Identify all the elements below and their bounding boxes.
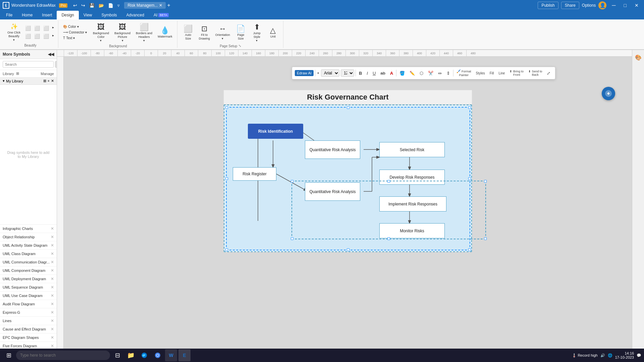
quant-analysis-2-shape[interactable]: Quantitative Risk Analysis xyxy=(305,182,360,201)
style-btn-5[interactable]: ⬜ xyxy=(33,33,41,40)
tab-ai[interactable]: AI BETA xyxy=(149,11,173,19)
page-setup-expand[interactable]: ⤡ xyxy=(238,44,241,48)
quant-analysis-1-shape[interactable]: Quantitative Risk Analysis xyxy=(305,140,360,159)
taskbar-search[interactable] xyxy=(16,351,110,360)
send-to-back-button[interactable]: ⬇ Send toBack xyxy=(527,69,544,77)
group-handle-tl[interactable] xyxy=(291,180,293,183)
tab-home[interactable]: Home xyxy=(17,11,37,19)
group-handle-bl[interactable] xyxy=(291,237,293,240)
bring-to-front-button[interactable]: ⬆ Bring toFront xyxy=(508,69,525,77)
sidebar-item-uml-comm[interactable]: UML Communication Diagr... ✕ xyxy=(0,258,57,266)
taskbar-network[interactable]: 🌐 xyxy=(608,353,612,358)
style-btn-6[interactable]: ⬜ xyxy=(42,33,50,40)
close-button[interactable]: ✕ xyxy=(632,2,641,9)
font-size-select[interactable]: 12 xyxy=(341,69,354,77)
canvas-content[interactable]: 60 80 100 120 140 160 180 200 220 240 26… xyxy=(57,57,632,353)
tab-design[interactable]: Design xyxy=(57,11,78,19)
handle-tr[interactable] xyxy=(468,106,471,109)
taskbar-notification[interactable]: 💬 xyxy=(637,353,641,358)
style-btn-4[interactable]: ⬜ xyxy=(24,33,32,40)
cause-effect-close[interactable]: ✕ xyxy=(51,327,54,331)
sidebar-item-lines[interactable]: Lines ✕ xyxy=(0,317,57,325)
right-panel-btn-1[interactable]: 🎨 xyxy=(634,53,643,62)
sidebar-item-audit[interactable]: Audit Flow Diagram ✕ xyxy=(0,300,57,308)
risk-register-shape[interactable]: Risk Register xyxy=(233,167,276,181)
page-size-button[interactable]: 📄 PageSize xyxy=(233,23,248,42)
search-input[interactable] xyxy=(3,61,54,68)
my-library-expand-icon[interactable]: ⊞ xyxy=(43,79,46,83)
jump-style-button[interactable]: ⬆ JumpStyle ▾ xyxy=(250,21,264,44)
more-button[interactable]: ▿ xyxy=(116,2,121,9)
styles-button[interactable]: Styles xyxy=(474,70,486,76)
handle-bm[interactable] xyxy=(347,248,350,251)
background-color-button[interactable]: 🖼 BackgroundColor ▾ xyxy=(91,21,111,44)
new-button[interactable]: 📄 xyxy=(106,2,115,9)
font-select[interactable]: Arial xyxy=(321,69,339,77)
pencil-button[interactable]: ✏️ xyxy=(408,70,417,77)
strikethrough-button[interactable]: ab xyxy=(379,70,387,77)
infographic-close[interactable]: ✕ xyxy=(51,226,54,231)
color-button[interactable]: 🎨 Color ▾ xyxy=(62,24,88,29)
taskbar-edge-button[interactable] xyxy=(138,349,150,361)
sidebar-collapse[interactable]: ◀◀ xyxy=(48,52,54,57)
implement-risk-shape[interactable]: Implement Risk Responses xyxy=(379,196,446,212)
line-button[interactable]: Line xyxy=(497,70,506,76)
sidebar-item-cause-effect[interactable]: Cause and Effect Diagram ✕ xyxy=(0,325,57,334)
tab-file[interactable]: File xyxy=(1,11,17,19)
font-color-button[interactable]: A xyxy=(388,70,395,77)
format-painter-button[interactable]: 🖌️ FormatPainter xyxy=(455,68,473,78)
my-library-header[interactable]: ▾ My Library ⊞ + ✕ xyxy=(0,77,57,85)
paint-bucket-button[interactable]: 🪣 xyxy=(398,70,407,77)
style-btn-3[interactable]: ⬜ xyxy=(42,25,50,32)
style-btn-arrow2[interactable]: ▸ xyxy=(51,33,55,40)
taskbar-view-button[interactable]: ⊟ xyxy=(111,349,123,361)
tab-close[interactable]: ✕ xyxy=(159,3,162,8)
develop-risk-shape[interactable]: Develop Risk Responses xyxy=(379,170,445,185)
publish-button[interactable]: Publish xyxy=(538,2,558,9)
sidebar-item-uml-component[interactable]: UML Component Diagram ✕ xyxy=(0,266,57,275)
fill-button[interactable]: Fill xyxy=(488,70,496,76)
handle-br[interactable] xyxy=(468,248,471,251)
borders-headers-button[interactable]: ⬜ Borders andHeaders ▾ xyxy=(134,21,154,44)
handle-tl[interactable] xyxy=(225,106,228,109)
open-button[interactable]: 📂 xyxy=(97,2,106,9)
align-button[interactable]: ⇔ xyxy=(436,70,443,77)
handle-tm[interactable] xyxy=(347,106,350,109)
taskbar-word-button[interactable]: W xyxy=(165,349,177,361)
handle-bl[interactable] xyxy=(225,248,228,251)
style-btn-arrow[interactable]: ▸ xyxy=(51,25,55,32)
options-button[interactable]: Options xyxy=(582,3,596,8)
ai-avatar-button[interactable] xyxy=(602,87,615,100)
sidebar-item-uml-class[interactable]: UML Class Diagram ✕ xyxy=(0,250,57,258)
save-button[interactable]: 💾 xyxy=(88,2,96,9)
taskbar-edraw-button[interactable]: E xyxy=(178,349,191,361)
shape-button[interactable]: ⬡ xyxy=(418,70,425,77)
five-forces-close[interactable]: ✕ xyxy=(51,344,54,348)
express-close[interactable]: ✕ xyxy=(51,310,54,315)
tab-symbols[interactable]: Symbols xyxy=(97,11,122,19)
manage-button[interactable]: Manage xyxy=(41,72,54,76)
taskbar-files-button[interactable]: 📁 xyxy=(125,349,137,361)
sidebar-item-uml-usecase[interactable]: UML Use Case Diagram ✕ xyxy=(0,292,57,300)
taskbar-volume[interactable]: 🔊 xyxy=(600,353,605,358)
fit-to-drawing-button[interactable]: ⊡ Fit toDrawing xyxy=(197,23,212,42)
redo-button[interactable]: ↪ xyxy=(79,2,87,9)
style-btn-1[interactable]: ⬜ xyxy=(24,25,32,32)
tab-advanced[interactable]: Advanced xyxy=(122,11,149,19)
uml-comm-close[interactable]: ✕ xyxy=(51,260,54,264)
lines-close[interactable]: ✕ xyxy=(51,318,54,323)
diagram[interactable]: Risk Identification Risk Register Quanti… xyxy=(224,105,472,252)
my-library-add-icon[interactable]: + xyxy=(48,79,50,83)
new-tab-button[interactable]: + xyxy=(167,2,170,8)
uml-activity-close[interactable]: ✕ xyxy=(51,243,54,248)
object-rel-close[interactable]: ✕ xyxy=(51,235,54,239)
unit-button[interactable]: △ Unit xyxy=(266,25,280,40)
style-btn-2[interactable]: ⬜ xyxy=(33,25,41,32)
group-handle-br[interactable] xyxy=(484,237,487,240)
sidebar-item-express[interactable]: Express-G ✕ xyxy=(0,308,57,317)
sidebar-item-uml-deploy[interactable]: UML Deployment Diagram ✕ xyxy=(0,275,57,283)
sidebar-item-infographic[interactable]: Infographic Charts ✕ xyxy=(0,225,57,233)
background-picture-button[interactable]: 🖼 BackgroundPicture ▾ xyxy=(112,21,132,44)
more-options-button[interactable]: ⤢ xyxy=(545,70,552,77)
distribute-button[interactable]: ⇕ xyxy=(445,70,452,77)
